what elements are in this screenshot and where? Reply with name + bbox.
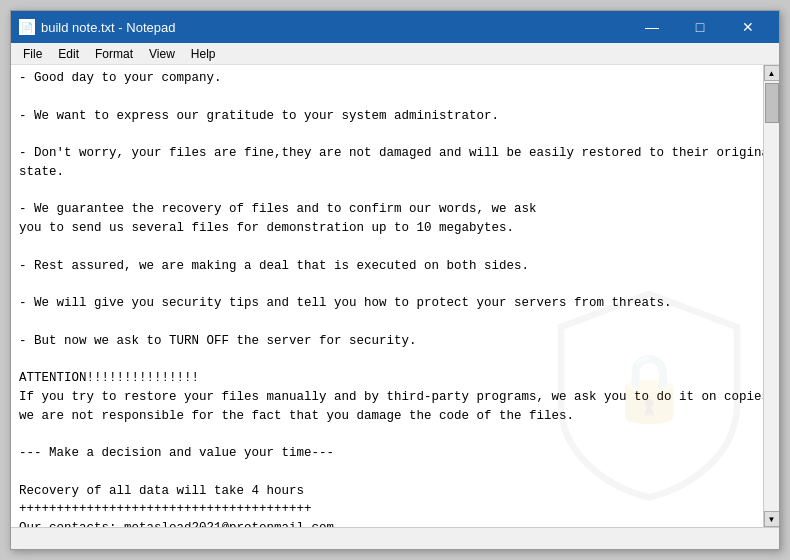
app-icon: 📄 xyxy=(19,19,35,35)
window-title: build note.txt - Notepad xyxy=(41,20,175,35)
menu-help[interactable]: Help xyxy=(183,45,224,63)
title-bar: 📄 build note.txt - Notepad — □ ✕ xyxy=(11,11,779,43)
menu-file[interactable]: File xyxy=(15,45,50,63)
notepad-window: 📄 build note.txt - Notepad — □ ✕ File Ed… xyxy=(10,10,780,550)
menu-bar: File Edit Format View Help xyxy=(11,43,779,65)
scroll-thumb[interactable] xyxy=(765,83,779,123)
title-bar-left: 📄 build note.txt - Notepad xyxy=(19,19,175,35)
vertical-scrollbar[interactable]: ▲ ▼ xyxy=(763,65,779,527)
minimize-button[interactable]: — xyxy=(629,12,675,42)
close-button[interactable]: ✕ xyxy=(725,12,771,42)
menu-view[interactable]: View xyxy=(141,45,183,63)
scroll-down-arrow[interactable]: ▼ xyxy=(764,511,780,527)
scroll-up-arrow[interactable]: ▲ xyxy=(764,65,780,81)
window-controls: — □ ✕ xyxy=(629,12,771,42)
text-editor[interactable]: - Good day to your company. - We want to… xyxy=(11,65,763,527)
status-bar xyxy=(11,527,779,549)
menu-edit[interactable]: Edit xyxy=(50,45,87,63)
scroll-track[interactable] xyxy=(764,81,779,511)
content-area: - Good day to your company. - We want to… xyxy=(11,65,779,527)
maximize-button[interactable]: □ xyxy=(677,12,723,42)
menu-format[interactable]: Format xyxy=(87,45,141,63)
